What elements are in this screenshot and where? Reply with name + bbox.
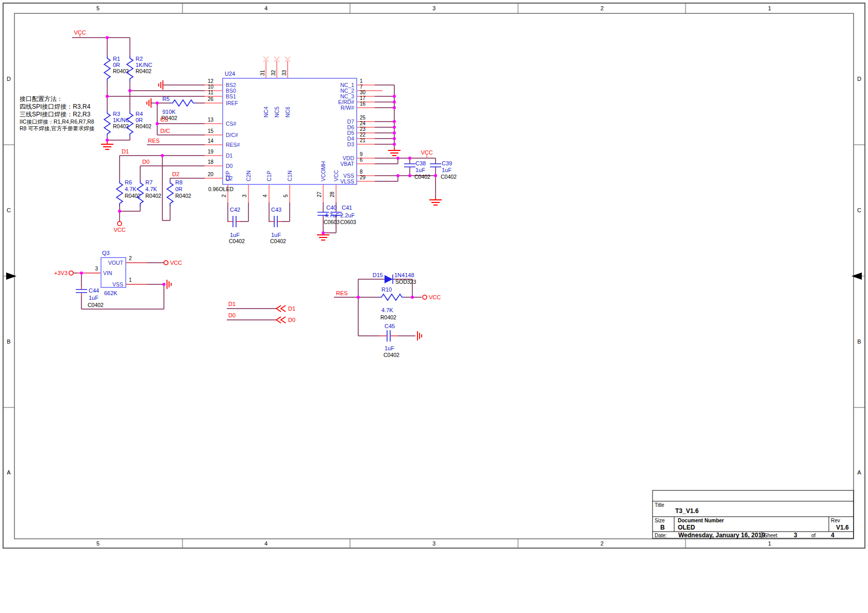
net-label-d2[interactable]: D2 <box>172 171 179 177</box>
net-label-d1[interactable]: D1 <box>122 148 129 155</box>
component-c42[interactable]: C42 1uF C0402 <box>229 207 245 244</box>
value[interactable]: 1uF <box>385 345 394 351</box>
gnd-icon[interactable] <box>429 200 442 205</box>
net-label-d0[interactable]: D0 <box>142 159 149 165</box>
refdes[interactable]: R5 <box>162 96 170 102</box>
refdes[interactable]: R3 <box>113 111 120 117</box>
component-r1[interactable]: R1 0R R0402 <box>104 56 129 81</box>
vcc-terminal[interactable] <box>423 295 427 299</box>
value[interactable]: 0R <box>113 62 120 68</box>
footprint[interactable]: R0402 <box>136 68 152 74</box>
footprint[interactable]: C0603 <box>340 219 356 225</box>
refdes[interactable]: C44 <box>89 287 99 294</box>
footprint[interactable]: C0402 <box>441 174 457 180</box>
schematic-canvas[interactable]: 5 4 3 2 1 5 4 3 2 1 D C B A D C B A Titl… <box>0 0 868 613</box>
net-label-vcc[interactable]: VCC <box>429 294 441 300</box>
component-r6[interactable]: R6 4.7K R0402 <box>116 179 141 206</box>
u24-value[interactable]: 0.96OLED <box>208 186 233 192</box>
value[interactable]: 0R <box>136 117 143 123</box>
footprint[interactable]: R0402 <box>145 193 161 199</box>
vcc-terminal[interactable] <box>118 222 122 226</box>
refdes[interactable]: C43 <box>271 207 281 213</box>
component-r4[interactable]: R4 0R R0402 <box>127 111 152 137</box>
component-r7[interactable]: R7 4.7K R0402 <box>137 179 161 206</box>
gnd-icon[interactable] <box>101 144 113 149</box>
net-label-d0[interactable]: D0 <box>228 312 236 318</box>
refdes[interactable]: C41 <box>342 205 352 211</box>
gnd-icon[interactable] <box>388 150 400 156</box>
footprint[interactable]: R0402 <box>113 68 129 74</box>
refdes[interactable]: R10 <box>381 286 392 293</box>
value[interactable]: 1uF <box>230 232 240 238</box>
diode-icon[interactable] <box>385 275 393 283</box>
net-label-3v3[interactable]: +3V3 <box>54 270 68 276</box>
value[interactable]: 1K/NC <box>136 62 152 68</box>
footprint[interactable]: C0603 <box>324 219 340 225</box>
footprint[interactable]: R0402 <box>136 123 152 129</box>
component-d15[interactable]: D15 1N4148 SOD323 <box>373 272 416 285</box>
component-r10[interactable]: R10 4.7K R0402 <box>379 286 405 320</box>
refdes[interactable]: R7 <box>145 179 153 185</box>
gnd-icon[interactable] <box>317 235 329 240</box>
value[interactable]: 1uF <box>442 167 452 173</box>
footprint[interactable]: R0402 <box>113 123 129 129</box>
refdes[interactable]: R4 <box>136 111 143 117</box>
offpage-connector-d1[interactable]: D1 <box>276 305 295 312</box>
refdes[interactable]: Q3 <box>102 250 110 256</box>
refdes[interactable]: C45 <box>385 323 395 329</box>
offpage-label[interactable]: D1 <box>288 305 295 312</box>
offpage-label[interactable]: D0 <box>288 317 295 323</box>
component-r3[interactable]: R3 1K/NC R0402 <box>104 111 129 137</box>
value[interactable]: 4.7K <box>381 307 393 313</box>
component-c38[interactable]: C38 1uF C0402 <box>404 160 430 180</box>
net-label-vcc[interactable]: VCC <box>113 227 125 233</box>
value[interactable]: 4.7K <box>145 186 157 192</box>
gnd-side-icon[interactable] <box>167 280 171 289</box>
component-c39[interactable]: C39 1uF C0402 <box>430 160 457 180</box>
component-r8[interactable]: R8 0R R0402 <box>167 179 191 206</box>
footprint[interactable]: C0402 <box>383 352 399 358</box>
refdes[interactable]: C39 <box>442 160 452 166</box>
value[interactable]: 1N4148 <box>394 272 414 278</box>
net-label-d1[interactable]: D1 <box>228 301 236 307</box>
refdes[interactable]: R8 <box>175 179 182 185</box>
net-label-vcc[interactable]: VCC <box>421 149 432 156</box>
footprint[interactable]: R0402 <box>380 314 396 320</box>
footprint[interactable]: SOD323 <box>395 279 416 285</box>
net-label-cs[interactable]: CS <box>160 116 168 123</box>
value[interactable]: 910K <box>162 109 176 115</box>
vcc-terminal[interactable] <box>164 261 168 265</box>
gnd-side-icon[interactable] <box>418 331 422 340</box>
refdes[interactable]: R1 <box>113 56 120 62</box>
u24-refdes[interactable]: U24 <box>225 71 235 77</box>
component-c40[interactable]: C40 4.7uF C0603 <box>318 205 340 225</box>
net-label-dc[interactable]: D/C <box>160 128 170 134</box>
component-c43[interactable]: C43 1uF C0402 <box>270 207 286 244</box>
footprint[interactable]: C0402 <box>270 238 286 244</box>
value[interactable]: 4.7K <box>125 186 137 192</box>
refdes[interactable]: C42 <box>230 207 240 213</box>
refdes[interactable]: R6 <box>125 179 132 185</box>
refdes[interactable]: R2 <box>136 56 143 62</box>
component-q3[interactable]: Q3 VOUT VIN VSS 2 3 1 662K <box>95 250 132 296</box>
net-label-vcc[interactable]: VCC <box>74 29 86 36</box>
refdes[interactable]: D15 <box>373 272 383 278</box>
value[interactable]: 0R <box>175 186 182 192</box>
component-r2[interactable]: R2 1K/NC R0402 <box>127 56 152 81</box>
p3v3-terminal[interactable] <box>69 271 73 275</box>
component-c44[interactable]: C44 1uF C0402 <box>76 287 104 308</box>
gnd-side-icon[interactable] <box>147 98 151 108</box>
footprint[interactable]: C0402 <box>88 302 104 308</box>
value[interactable]: 1uF <box>415 167 425 173</box>
refdes[interactable]: C40 <box>326 205 337 211</box>
footprint[interactable]: C0402 <box>414 174 430 180</box>
footprint[interactable]: C0402 <box>229 238 245 244</box>
net-label-res[interactable]: RES <box>336 290 348 296</box>
value[interactable]: 662K <box>104 290 118 296</box>
value[interactable]: 2.2uF <box>340 212 355 218</box>
net-label-res[interactable]: RES <box>148 138 160 144</box>
component-c45[interactable]: C45 1uF C0402 <box>383 323 399 358</box>
offpage-connector-d0[interactable]: D0 <box>276 317 295 323</box>
net-label-vcc[interactable]: VCC <box>170 260 182 266</box>
footprint[interactable]: R0402 <box>175 193 191 199</box>
